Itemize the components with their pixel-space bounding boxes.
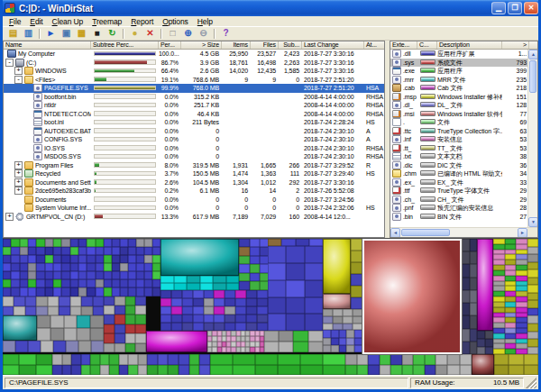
tree-row-windows[interactable]: +WINDOWS66.4%2.6 GB14,02012,4351,5852018… <box>4 67 384 76</box>
column-header-size[interactable]: > Size <box>181 41 222 49</box>
copy-path-icon[interactable]: ▣ <box>59 27 74 40</box>
extension-row-cab[interactable]: .cabCab 文件218 <box>390 84 527 93</box>
zoom-in-icon[interactable]: ⊕ <box>180 27 196 40</box>
column-header-c[interactable]: C... <box>417 41 437 49</box>
menu-options[interactable]: Options <box>158 17 193 26</box>
tree-row-files[interactable]: -<Files>19.1%768.6 MB9902018-7-27 2:51:2… <box>4 76 384 85</box>
expand-icon[interactable]: + <box>14 178 23 187</box>
tree-row-autoexec-bat[interactable]: AUTOEXEC.BAT0.0%02018-7-24 2:30:10A <box>4 127 384 136</box>
treemap-cell <box>257 290 268 298</box>
empty-folder-icon[interactable]: □ <box>165 27 180 40</box>
zoom-out-icon[interactable]: ⊖ <box>196 27 211 40</box>
extension-row-pnf[interactable]: .pnf预先汇编的安装信息28 <box>390 204 527 213</box>
expand-icon[interactable]: + <box>14 169 23 178</box>
tree-row-my-computer[interactable]: My Computer100.0...4.5 GB25,95023,5272,4… <box>4 50 384 59</box>
column-header-sub[interactable]: Sub... <box>279 41 302 49</box>
scroll-left-icon[interactable] <box>390 228 400 238</box>
tree-row-program-files[interactable]: +Program Files8.0%319.5 MB1,9311,6652662… <box>4 161 384 170</box>
tree-row-documents[interactable]: Documents0.0%00002018-7-27 3:24:56 <box>4 196 384 205</box>
collapse-icon[interactable]: - <box>5 59 14 67</box>
horizontal-scroll-track[interactable] <box>451 228 518 237</box>
tree-row-config-sys[interactable]: CONFIG.SYS0.0%02018-7-24 2:30:10A <box>4 135 384 144</box>
scroll-down-icon[interactable] <box>528 217 538 227</box>
tree-row-ntldr[interactable]: ntldr0.0%251.7 KB2008-4-14 4:00:00RHSA <box>4 101 384 110</box>
tree-row-system-volume-inf[interactable]: System Volume Inf...0.0%00002018-7-24 2:… <box>4 204 384 213</box>
resize-grip-icon[interactable] <box>526 378 536 388</box>
extension-row-msp[interactable]: .mspWindows Installer 修补程序151 <box>390 93 527 102</box>
continue-icon[interactable]: ► <box>43 27 59 40</box>
column-header-last-change[interactable]: Last Change <box>302 41 364 49</box>
extension-row-sys[interactable]: .sys系统文件793 <box>390 59 527 68</box>
menu-edit[interactable]: Edit <box>25 17 47 26</box>
tree-row-io-sys[interactable]: IO.SYS0.0%02018-7-24 2:30:10RHSA <box>4 144 384 153</box>
expand-icon[interactable]: + <box>14 67 23 75</box>
collapse-icon[interactable]: - <box>14 76 23 84</box>
column-header-per[interactable]: Per... <box>159 41 181 49</box>
column-header-subtree-perc[interactable]: Subtree Perc... <box>91 41 159 49</box>
menu-report[interactable]: Report <box>126 17 158 26</box>
menu-help[interactable]: Help <box>193 17 217 26</box>
tree-row-c[interactable]: -(C:)86.7%3.9 GB18,76116,4982,2632018-7-… <box>4 59 384 68</box>
extension-row-ex[interactable]: .ex_EX_ 文件33 <box>390 178 527 187</box>
close-button[interactable]: ✕ <box>524 2 538 14</box>
treemap-cell <box>87 263 95 271</box>
extension-row-dll[interactable]: .dll应用程序扩展1... <box>390 50 527 59</box>
select-drives-icon[interactable]: ▥ <box>21 27 36 40</box>
extension-row-msi[interactable]: .msiWindows Installer 软件包77 <box>390 110 527 119</box>
column-header-files[interactable]: Files <box>251 41 279 49</box>
vertical-scroll-track[interactable] <box>528 94 537 217</box>
tree-row-boot-ini[interactable]: boot.ini0.0%211 Bytes2018-7-24 2:28:24HS <box>4 118 384 127</box>
expand-icon[interactable]: + <box>14 161 23 169</box>
scroll-up-icon[interactable] <box>528 50 538 59</box>
column-header-exte[interactable]: Exte... <box>390 41 417 49</box>
command-prompt-icon[interactable]: ■ <box>89 27 105 40</box>
extension-row-dic[interactable]: .dicDIC 文件36 <box>390 161 527 170</box>
title-bar[interactable]: C:|D: - WinDirStat ▁❐✕ <box>0 0 541 16</box>
extension-row-ttc[interactable]: .ttcTrueType Collection 字...63 <box>390 127 527 136</box>
expand-icon[interactable]: + <box>5 213 14 221</box>
extension-row-inf[interactable]: .inf安装信息53 <box>390 135 527 144</box>
extension-row-mrr[interactable]: .mrrMRR 文件235 <box>390 76 527 85</box>
column-header-description[interactable]: Description <box>437 41 502 49</box>
scroll-right-icon[interactable] <box>518 228 527 238</box>
tree-row-grtmpvol-cn-d[interactable]: +GRTMPVOL_CN (D:)13.3%617.9 MB7,1897,029… <box>4 213 384 222</box>
extension-row-tt[interactable]: .tt_TT_ 文件53 <box>390 144 527 153</box>
treemap[interactable] <box>3 238 538 375</box>
extension-row-ttf[interactable]: .ttfTrueType 字体文件29 <box>390 187 527 196</box>
extension-row-ch[interactable]: .ch_CH_ 文件29 <box>390 196 527 205</box>
menu-file[interactable]: File <box>5 17 25 26</box>
tree-row-bootfont-bin[interactable]: bootfont.bin0.0%315.2 KB2008-4-14 4:00:0… <box>4 93 384 102</box>
menu-clean-up[interactable]: Clean Up <box>48 17 88 26</box>
horizontal-scroll-thumb[interactable] <box>401 229 450 236</box>
column-header-at[interactable]: At... <box>364 41 385 49</box>
extension-row-txt[interactable]: .txt文本文档38 <box>390 152 527 161</box>
tree-row-pagefile-sys[interactable]: PAGEFILE.SYS99.9%768.0 MB2018-7-27 2:51:… <box>4 84 384 93</box>
extension-horizontal-scrollbar[interactable] <box>390 227 537 237</box>
extension-row-bin[interactable]: .binBIN 文件27 <box>390 213 527 222</box>
extension-row-blank[interactable]: .文件69 <box>390 118 527 127</box>
menu-treemap[interactable]: Treemap <box>87 17 126 26</box>
tree-row-documents-and-sett[interactable]: +Documents and Sett...2.6%104.5 MB1,3041… <box>4 178 384 187</box>
delete-icon[interactable]: ✕ <box>142 27 158 40</box>
tree-row-msdos-sys[interactable]: MSDOS.SYS0.0%02018-7-24 2:30:10RHSA <box>4 152 384 161</box>
column-header-blank[interactable]: > <box>502 41 529 49</box>
tree-row-2dce695eb283caf3b6[interactable]: +2dce695eb283caf3b6...0.2%6.1 MB16142201… <box>4 187 384 196</box>
open-item-icon[interactable]: ● <box>127 27 142 40</box>
open-icon[interactable]: ▤ <box>5 27 21 40</box>
refresh-selected-icon[interactable]: ↻ <box>105 27 120 40</box>
extension-vertical-scrollbar[interactable] <box>527 50 537 227</box>
expand-icon[interactable]: + <box>14 187 23 195</box>
column-header-name[interactable]: Name <box>4 41 91 49</box>
extension-row-exe[interactable]: .exe应用程序399 <box>390 67 527 76</box>
vertical-scroll-thumb[interactable] <box>529 60 536 93</box>
extension-row-dl[interactable]: .dl_DL_ 文件128 <box>390 101 527 110</box>
treemap-selected-block[interactable] <box>362 239 462 354</box>
maximize-button[interactable]: ❐ <box>508 2 522 14</box>
tree-row-recycled[interactable]: +Recycled3.7%150.5 MB1,4741,3631112018-7… <box>4 169 384 178</box>
help-icon[interactable]: ? <box>218 27 234 40</box>
column-header-items[interactable]: Items <box>222 41 251 49</box>
minimize-button[interactable]: ▁ <box>491 2 506 14</box>
extension-row-chm[interactable]: .chm已编译的 HTML 帮助文件34 <box>390 169 527 178</box>
tree-row-ntdetect-com[interactable]: NTDETECT.COM0.0%46.4 KB2008-4-14 4:00:00… <box>4 110 384 119</box>
explorer-here-icon[interactable]: ▦ <box>74 27 89 40</box>
